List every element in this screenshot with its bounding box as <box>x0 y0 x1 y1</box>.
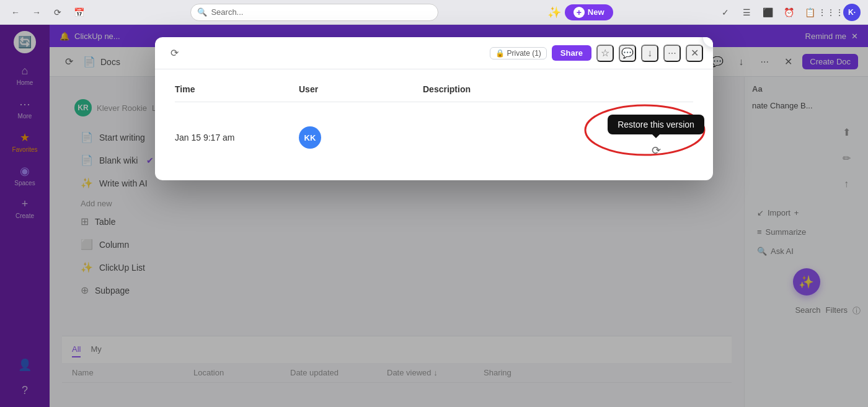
restore-container: Restore this version <box>608 115 704 134</box>
new-button[interactable]: + New <box>565 4 613 20</box>
checkmark-icon[interactable]: ✓ <box>717 4 734 21</box>
modal-comment-button[interactable]: 💬 <box>619 45 636 62</box>
modal-lock-icon: 🔒 <box>495 49 505 58</box>
calendar-button[interactable]: 📅 <box>71 4 87 20</box>
restore-tooltip: Restore this version <box>608 115 704 134</box>
browser-right-icons: ✓ ☰ ⬛ ⏰ 📋 ⋮⋮⋮ K· <box>717 4 861 21</box>
modal-history-button[interactable]: ⟳ <box>165 44 184 63</box>
back-icon: ← <box>11 7 20 17</box>
app-layout: 🔄 ⌂ Home ⋯ More ★ Favorites ◉ Spaces + C… <box>0 25 868 407</box>
restore-version-button[interactable]: ⟳ <box>646 141 666 160</box>
modal-close-circle-button[interactable]: ✕ <box>702 37 713 48</box>
user-avatar[interactable]: K· <box>843 4 861 21</box>
modal-header-left: ⟳ <box>165 44 484 63</box>
search-icon: 🔍 <box>197 7 207 17</box>
row-time: Jan 15 9:17 am <box>175 133 299 142</box>
col-header-user: User <box>299 84 423 94</box>
modal-more-button[interactable]: ··· <box>663 45 681 62</box>
plus-icon: + <box>574 7 585 18</box>
history-button[interactable]: ⟳ <box>50 4 66 20</box>
forward-icon: → <box>32 7 41 17</box>
back-button[interactable]: ← <box>7 4 24 20</box>
clipboard-icon[interactable]: 📋 <box>801 4 818 21</box>
modal-header: ⟳ 🔒 Private (1) Share ☆ 💬 ↓ ··· ✕ ✕ <box>155 37 713 69</box>
restore-clock-icon: ⟳ <box>652 144 661 157</box>
modal-close-header-button[interactable]: ✕ <box>686 45 703 62</box>
forward-button[interactable]: → <box>29 4 45 20</box>
modal-arrow-button[interactable]: ↓ <box>641 45 658 62</box>
user-avatar-kk: KK <box>299 126 321 149</box>
close-x-icon: ✕ <box>709 37 714 43</box>
clock-icon[interactable]: ⏰ <box>780 4 797 21</box>
modal-private-badge[interactable]: 🔒 Private (1) <box>490 47 547 59</box>
calendar-icon: 📅 <box>74 7 84 17</box>
clickup-logo-icon: ✨ <box>547 6 561 19</box>
search-placeholder: Search... <box>211 7 243 17</box>
search-bar[interactable]: 🔍 Search... <box>190 4 438 21</box>
version-history-modal: ⟳ 🔒 Private (1) Share ☆ 💬 ↓ ··· ✕ ✕ <box>155 37 713 180</box>
modal-header-right: 🔒 Private (1) Share ☆ 💬 ↓ ··· ✕ <box>490 45 704 62</box>
modal-star-button[interactable]: ☆ <box>596 45 614 62</box>
modal-data-row: Jan 15 9:17 am KK Restore this version <box>175 110 693 165</box>
col-header-action <box>619 84 693 94</box>
browser-bar: ← → ⟳ 📅 🔍 Search... ✨ + New ✓ ☰ ⬛ ⏰ 📋 ⋮⋮… <box>0 0 868 25</box>
restore-area: Restore this version ⟳ <box>619 115 693 160</box>
grid-icon[interactable]: ⬛ <box>759 4 776 21</box>
menu-icon[interactable]: ☰ <box>738 4 755 21</box>
apps-icon[interactable]: ⋮⋮⋮ <box>822 4 839 21</box>
row-user: KK <box>299 126 423 149</box>
history-icon: ⟳ <box>54 7 61 17</box>
modal-body: Time User Description Jan 15 9:17 am KK <box>155 69 713 180</box>
modal-column-headers: Time User Description <box>175 84 693 102</box>
col-header-description: Description <box>423 84 619 94</box>
modal-private-label: Private (1) <box>507 49 541 58</box>
modal-overlay: ⟳ 🔒 Private (1) Share ☆ 💬 ↓ ··· ✕ ✕ <box>0 25 868 407</box>
col-header-time: Time <box>175 84 299 94</box>
modal-share-button[interactable]: Share <box>552 45 591 61</box>
